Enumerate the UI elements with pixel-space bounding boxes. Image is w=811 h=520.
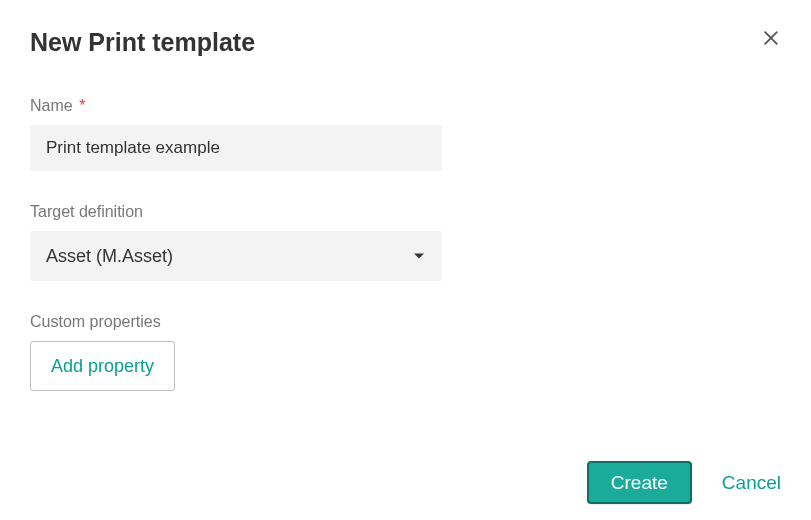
dialog-footer: Create Cancel bbox=[587, 461, 781, 504]
create-button[interactable]: Create bbox=[587, 461, 692, 504]
close-icon bbox=[761, 28, 781, 48]
custom-properties-label: Custom properties bbox=[30, 313, 781, 331]
name-label-text: Name bbox=[30, 97, 73, 114]
dialog-title: New Print template bbox=[30, 28, 255, 57]
name-label: Name * bbox=[30, 97, 781, 115]
target-definition-label: Target definition bbox=[30, 203, 781, 221]
add-property-button[interactable]: Add property bbox=[30, 341, 175, 391]
target-definition-select[interactable]: Asset (M.Asset) bbox=[30, 231, 442, 281]
cancel-button[interactable]: Cancel bbox=[722, 472, 781, 494]
name-input[interactable] bbox=[30, 125, 442, 171]
required-asterisk: * bbox=[79, 97, 85, 114]
close-button[interactable] bbox=[761, 28, 781, 48]
